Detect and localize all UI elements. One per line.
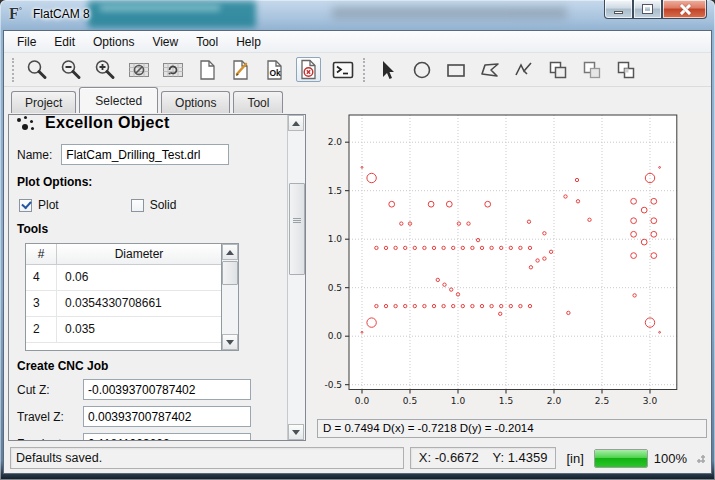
solid-checkbox[interactable] [131,199,144,212]
menu-file[interactable]: File [8,32,45,52]
menu-options[interactable]: Options [84,32,143,52]
close-icon [679,4,690,15]
menu-tool[interactable]: Tool [187,32,227,52]
minimize-icon [614,11,623,14]
zoom-out-button[interactable] [58,57,83,82]
draw-rectangle-button[interactable] [443,57,468,82]
object-header: Excellon Object [9,115,287,132]
tab-options[interactable]: Options [161,91,230,113]
minimize-button[interactable] [604,0,633,19]
panel-scrollbar[interactable] [287,115,305,440]
object-title: Excellon Object [45,115,170,132]
panel-scrollbar-thumb[interactable] [289,183,305,275]
subtract-button[interactable] [579,57,604,82]
column-header-diameter[interactable]: Diameter [57,244,221,264]
plot-canvas[interactable]: 0.00.51.01.52.02.53.0-0.50.00.51.01.52.0 [311,113,709,416]
cursor-coordinates: X: -0.6672 Y: 1.4359 [410,447,557,469]
table-row[interactable]: 4 0.06 [26,265,221,291]
table-row[interactable]: 3 0.0354330708661 [26,291,221,317]
toolbar-main-group: Ok [24,57,355,82]
close-button[interactable] [662,0,707,19]
cursor-x: X: -0.6672 [419,450,479,465]
subtract-icon [580,58,604,82]
menu-bar: File Edit Options View Tool Help [4,31,711,53]
svg-text:1.0: 1.0 [328,234,343,244]
accept-file-icon: Ok [263,58,287,82]
shell-button[interactable] [330,57,355,82]
column-header-number[interactable]: # [26,244,57,264]
zoom-in-button[interactable] [92,57,117,82]
zoom-fit-icon [25,58,49,82]
menu-help[interactable]: Help [227,32,270,52]
toolbar: Ok [4,53,711,87]
cnc-job-label: Create CNC Job [9,359,287,373]
scroll-down-icon[interactable] [222,334,238,350]
union-button[interactable] [545,57,570,82]
replot-button[interactable] [160,57,185,82]
draw-toolbar-drag-handle[interactable] [363,58,368,82]
app-window: F° FlatCAM 8 File Edit Options View Tool… [0,0,715,480]
table-row[interactable]: 2 0.035 [26,317,221,343]
menu-view[interactable]: View [143,32,187,52]
zoom-fit-button[interactable] [24,57,49,82]
tools-table: # Diameter 4 0.06 3 0.0354330708661 [25,243,239,351]
draw-rectangle-icon [444,58,468,82]
table-scrollbar-thumb[interactable] [222,261,238,285]
tab-bar: Project Selected Options Tool [4,87,711,113]
delete-file-button[interactable] [296,57,321,82]
tool-diameter: 0.035 [57,317,221,342]
title-bar[interactable]: F° FlatCAM 8 [0,0,715,30]
svg-text:3.0: 3.0 [643,396,658,406]
scroll-down-icon[interactable] [288,424,304,440]
edit-file-button[interactable] [228,57,253,82]
app-logo-icon: F° [9,5,27,23]
svg-text:0.0: 0.0 [355,396,370,406]
new-file-button[interactable] [194,57,219,82]
svg-text:-0.5: -0.5 [324,380,342,390]
select-arrow-button[interactable] [375,57,400,82]
tab-tool[interactable]: Tool [233,91,283,113]
svg-text:2.0: 2.0 [547,396,562,406]
progress-bar-fill [595,450,647,467]
menu-edit[interactable]: Edit [45,32,84,52]
svg-text:1.0: 1.0 [451,396,466,406]
feed-rate-label: Feed rate: [17,437,83,441]
tab-selected[interactable]: Selected [79,87,158,113]
progress-percent: 100% [654,451,687,466]
maximize-icon [643,5,652,13]
intersect-button[interactable] [613,57,638,82]
plot-checkbox[interactable] [19,199,32,212]
travel-z-input[interactable] [83,406,251,427]
name-label: Name: [17,148,52,162]
tab-project[interactable]: Project [11,91,76,113]
shell-icon [331,58,355,82]
scroll-up-icon[interactable] [222,244,238,260]
svg-text:0.0: 0.0 [328,331,343,341]
zoom-in-icon [93,58,117,82]
svg-text:1.5: 1.5 [499,396,513,406]
draw-polyline-icon [512,58,536,82]
maximize-button[interactable] [633,0,662,19]
tool-number: 3 [26,291,57,316]
union-icon [546,58,570,82]
selected-panel: Excellon Object Name: Plot Options: Plot… [8,114,306,441]
cut-z-input[interactable] [83,379,251,400]
plot-checkbox-label: Plot [38,198,59,212]
table-scrollbar[interactable] [221,244,238,350]
draw-polyline-button[interactable] [511,57,536,82]
draw-circle-button[interactable] [409,57,434,82]
delete-file-icon [297,58,320,82]
name-input[interactable] [61,144,229,165]
cursor-y: Y: 1.4359 [492,450,547,465]
resize-grip[interactable] [695,453,705,463]
draw-polygon-button[interactable] [477,57,502,82]
feed-rate-input[interactable] [83,433,251,440]
scroll-up-icon[interactable] [288,115,304,131]
status-message: Defaults saved. [10,447,404,469]
clear-plot-button[interactable] [126,57,151,82]
tools-table-header: # Diameter [26,244,221,265]
toolbar-drag-handle[interactable] [12,58,17,82]
tool-number: 4 [26,265,57,290]
travel-z-label: Travel Z: [17,410,83,424]
accept-file-button[interactable]: Ok [262,57,287,82]
